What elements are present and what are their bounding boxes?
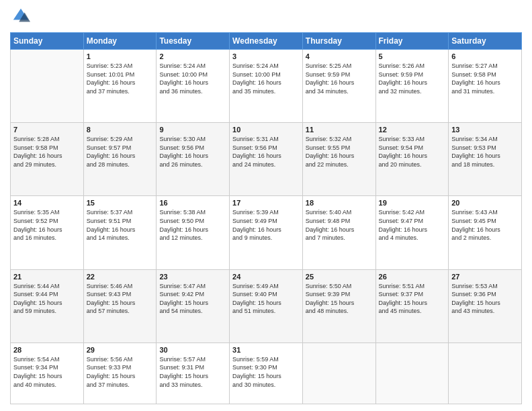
day-info: Sunrise: 5:51 AM Sunset: 9:37 PM Dayligh… <box>379 282 446 316</box>
day-info: Sunrise: 5:50 AM Sunset: 9:39 PM Dayligh… <box>306 282 373 316</box>
calendar-cell: 22Sunrise: 5:46 AM Sunset: 9:43 PM Dayli… <box>83 269 157 342</box>
calendar-cell: 10Sunrise: 5:31 AM Sunset: 9:56 PM Dayli… <box>230 123 303 196</box>
logo-icon <box>11 7 30 26</box>
day-info: Sunrise: 5:43 AM Sunset: 9:45 PM Dayligh… <box>451 208 519 242</box>
day-number: 17 <box>232 199 300 207</box>
calendar-cell: 8Sunrise: 5:29 AM Sunset: 9:57 PM Daylig… <box>83 123 157 196</box>
day-info: Sunrise: 5:47 AM Sunset: 9:42 PM Dayligh… <box>159 282 226 316</box>
day-info: Sunrise: 5:29 AM Sunset: 9:57 PM Dayligh… <box>87 135 154 169</box>
day-number: 22 <box>87 273 154 281</box>
day-number: 29 <box>87 346 154 354</box>
calendar-week-row: 1Sunrise: 5:23 AM Sunset: 10:01 PM Dayli… <box>11 50 522 123</box>
calendar-cell: 18Sunrise: 5:40 AM Sunset: 9:48 PM Dayli… <box>302 196 375 269</box>
day-number: 15 <box>87 199 154 207</box>
day-info: Sunrise: 5:32 AM Sunset: 9:55 PM Dayligh… <box>306 135 373 169</box>
day-number: 9 <box>159 126 226 134</box>
calendar-cell: 15Sunrise: 5:37 AM Sunset: 9:51 PM Dayli… <box>83 196 157 269</box>
calendar-cell: 23Sunrise: 5:47 AM Sunset: 9:42 PM Dayli… <box>157 269 230 342</box>
day-info: Sunrise: 5:28 AM Sunset: 9:58 PM Dayligh… <box>13 135 81 169</box>
calendar-week-row: 7Sunrise: 5:28 AM Sunset: 9:58 PM Daylig… <box>11 123 522 196</box>
day-number: 14 <box>13 199 81 207</box>
day-number: 1 <box>87 52 154 60</box>
calendar-cell: 30Sunrise: 5:57 AM Sunset: 9:31 PM Dayli… <box>157 342 230 404</box>
calendar-header-tuesday: Tuesday <box>157 33 230 50</box>
day-number: 8 <box>87 126 154 134</box>
calendar-cell <box>375 342 449 404</box>
calendar-week-row: 21Sunrise: 5:44 AM Sunset: 9:44 PM Dayli… <box>11 269 522 342</box>
calendar-cell: 29Sunrise: 5:56 AM Sunset: 9:33 PM Dayli… <box>83 342 157 404</box>
calendar-cell: 9Sunrise: 5:30 AM Sunset: 9:56 PM Daylig… <box>157 123 230 196</box>
day-info: Sunrise: 5:23 AM Sunset: 10:01 PM Daylig… <box>87 62 154 95</box>
calendar-cell: 20Sunrise: 5:43 AM Sunset: 9:45 PM Dayli… <box>449 196 522 269</box>
calendar-cell: 27Sunrise: 5:53 AM Sunset: 9:36 PM Dayli… <box>449 269 522 342</box>
calendar-header-friday: Friday <box>375 33 449 50</box>
page: SundayMondayTuesdayWednesdayThursdayFrid… <box>0 0 532 411</box>
calendar-cell: 1Sunrise: 5:23 AM Sunset: 10:01 PM Dayli… <box>83 50 157 123</box>
day-number: 20 <box>451 199 519 207</box>
day-number: 23 <box>159 273 226 281</box>
calendar-header-thursday: Thursday <box>302 33 375 50</box>
calendar-header-row: SundayMondayTuesdayWednesdayThursdayFrid… <box>11 33 522 50</box>
calendar-cell: 17Sunrise: 5:39 AM Sunset: 9:49 PM Dayli… <box>230 196 303 269</box>
calendar-cell: 26Sunrise: 5:51 AM Sunset: 9:37 PM Dayli… <box>375 269 449 342</box>
header <box>10 7 522 28</box>
calendar-cell: 14Sunrise: 5:35 AM Sunset: 9:52 PM Dayli… <box>11 196 84 269</box>
day-number: 7 <box>13 126 81 134</box>
day-info: Sunrise: 5:33 AM Sunset: 9:54 PM Dayligh… <box>379 135 446 169</box>
day-info: Sunrise: 5:57 AM Sunset: 9:31 PM Dayligh… <box>159 355 226 389</box>
day-number: 18 <box>306 199 373 207</box>
day-info: Sunrise: 5:30 AM Sunset: 9:56 PM Dayligh… <box>159 135 226 169</box>
day-number: 25 <box>306 273 373 281</box>
day-info: Sunrise: 5:24 AM Sunset: 10:00 PM Daylig… <box>232 62 300 95</box>
day-number: 28 <box>13 346 81 354</box>
calendar-cell: 4Sunrise: 5:25 AM Sunset: 9:59 PM Daylig… <box>302 50 375 123</box>
day-number: 10 <box>232 126 300 134</box>
day-number: 16 <box>159 199 226 207</box>
day-info: Sunrise: 5:35 AM Sunset: 9:52 PM Dayligh… <box>13 208 81 242</box>
day-info: Sunrise: 5:38 AM Sunset: 9:50 PM Dayligh… <box>159 208 226 242</box>
calendar-week-row: 14Sunrise: 5:35 AM Sunset: 9:52 PM Dayli… <box>11 196 522 269</box>
calendar-cell: 21Sunrise: 5:44 AM Sunset: 9:44 PM Dayli… <box>11 269 84 342</box>
day-number: 3 <box>232 52 300 60</box>
day-info: Sunrise: 5:44 AM Sunset: 9:44 PM Dayligh… <box>13 282 81 316</box>
calendar-cell: 31Sunrise: 5:59 AM Sunset: 9:30 PM Dayli… <box>230 342 303 404</box>
calendar-header-saturday: Saturday <box>449 33 522 50</box>
calendar-cell: 25Sunrise: 5:50 AM Sunset: 9:39 PM Dayli… <box>302 269 375 342</box>
day-info: Sunrise: 5:27 AM Sunset: 9:58 PM Dayligh… <box>451 62 519 95</box>
day-number: 2 <box>159 52 226 60</box>
day-number: 30 <box>159 346 226 354</box>
calendar-cell <box>302 342 375 404</box>
calendar-cell: 6Sunrise: 5:27 AM Sunset: 9:58 PM Daylig… <box>449 50 522 123</box>
calendar-cell: 24Sunrise: 5:49 AM Sunset: 9:40 PM Dayli… <box>230 269 303 342</box>
day-number: 5 <box>379 52 446 60</box>
logo <box>10 7 30 28</box>
calendar-cell: 28Sunrise: 5:54 AM Sunset: 9:34 PM Dayli… <box>11 342 84 404</box>
calendar-cell: 5Sunrise: 5:26 AM Sunset: 9:59 PM Daylig… <box>375 50 449 123</box>
day-info: Sunrise: 5:40 AM Sunset: 9:48 PM Dayligh… <box>306 208 373 242</box>
day-number: 21 <box>13 273 81 281</box>
day-info: Sunrise: 5:59 AM Sunset: 9:30 PM Dayligh… <box>232 355 300 389</box>
day-number: 26 <box>379 273 446 281</box>
calendar-cell: 2Sunrise: 5:24 AM Sunset: 10:00 PM Dayli… <box>157 50 230 123</box>
day-number: 19 <box>379 199 446 207</box>
calendar-cell: 3Sunrise: 5:24 AM Sunset: 10:00 PM Dayli… <box>230 50 303 123</box>
day-info: Sunrise: 5:25 AM Sunset: 9:59 PM Dayligh… <box>306 62 373 95</box>
calendar-cell <box>11 50 84 123</box>
calendar-header-monday: Monday <box>83 33 157 50</box>
calendar-cell: 11Sunrise: 5:32 AM Sunset: 9:55 PM Dayli… <box>302 123 375 196</box>
calendar-cell: 7Sunrise: 5:28 AM Sunset: 9:58 PM Daylig… <box>11 123 84 196</box>
day-info: Sunrise: 5:54 AM Sunset: 9:34 PM Dayligh… <box>13 355 81 389</box>
day-info: Sunrise: 5:31 AM Sunset: 9:56 PM Dayligh… <box>232 135 300 169</box>
day-info: Sunrise: 5:49 AM Sunset: 9:40 PM Dayligh… <box>232 282 300 316</box>
calendar-week-row: 28Sunrise: 5:54 AM Sunset: 9:34 PM Dayli… <box>11 342 522 404</box>
day-info: Sunrise: 5:34 AM Sunset: 9:53 PM Dayligh… <box>451 135 519 169</box>
day-info: Sunrise: 5:39 AM Sunset: 9:49 PM Dayligh… <box>232 208 300 242</box>
calendar-header-sunday: Sunday <box>11 33 84 50</box>
calendar-table: SundayMondayTuesdayWednesdayThursdayFrid… <box>10 32 522 404</box>
day-info: Sunrise: 5:24 AM Sunset: 10:00 PM Daylig… <box>159 62 226 95</box>
day-number: 24 <box>232 273 300 281</box>
day-number: 6 <box>451 52 519 60</box>
day-number: 4 <box>306 52 373 60</box>
day-info: Sunrise: 5:37 AM Sunset: 9:51 PM Dayligh… <box>87 208 154 242</box>
day-number: 31 <box>232 346 300 354</box>
